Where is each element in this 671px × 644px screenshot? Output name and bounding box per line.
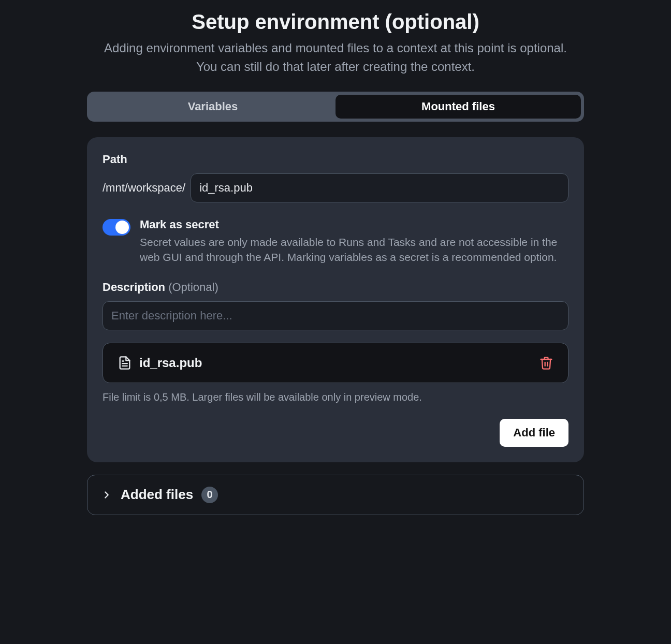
path-label: Path	[103, 153, 568, 166]
description-optional-text: (Optional)	[168, 281, 218, 294]
added-files-section[interactable]: Added files 0	[87, 475, 584, 515]
tab-variables[interactable]: Variables	[90, 95, 336, 119]
file-limit-text: File limit is 0,5 MB. Larger files will …	[103, 391, 568, 403]
mounted-file-form: Path /mnt/workspace/ Mark as secret Secr…	[87, 137, 584, 462]
path-row: /mnt/workspace/	[103, 173, 568, 202]
path-input[interactable]	[191, 173, 568, 202]
description-input[interactable]	[103, 301, 568, 330]
secret-toggle-content: Mark as secret Secret values are only ma…	[140, 218, 568, 265]
add-file-row: Add file	[103, 419, 568, 447]
added-files-count-badge: 0	[201, 487, 218, 503]
secret-toggle-description: Secret values are only made available to…	[140, 235, 568, 265]
trash-icon[interactable]	[539, 356, 553, 370]
file-card-left: id_rsa.pub	[118, 356, 202, 370]
secret-toggle-label: Mark as secret	[140, 218, 568, 231]
description-label: Description (Optional)	[103, 281, 568, 294]
page-subtitle: Adding environment variables and mounted…	[103, 39, 568, 76]
chevron-right-icon	[101, 489, 112, 501]
toggle-thumb	[115, 221, 129, 234]
add-file-button[interactable]: Add file	[500, 419, 568, 447]
file-card: id_rsa.pub	[103, 343, 568, 383]
file-icon	[118, 356, 132, 370]
secret-toggle-row: Mark as secret Secret values are only ma…	[103, 218, 568, 265]
description-label-text: Description	[103, 281, 165, 294]
tabs-container: Variables Mounted files	[87, 92, 584, 122]
added-files-label: Added files	[121, 487, 193, 503]
tab-mounted-files[interactable]: Mounted files	[336, 95, 581, 119]
secret-toggle[interactable]	[103, 219, 130, 236]
file-name: id_rsa.pub	[139, 356, 202, 370]
path-prefix: /mnt/workspace/	[103, 181, 185, 195]
page-title: Setup environment (optional)	[87, 10, 584, 34]
